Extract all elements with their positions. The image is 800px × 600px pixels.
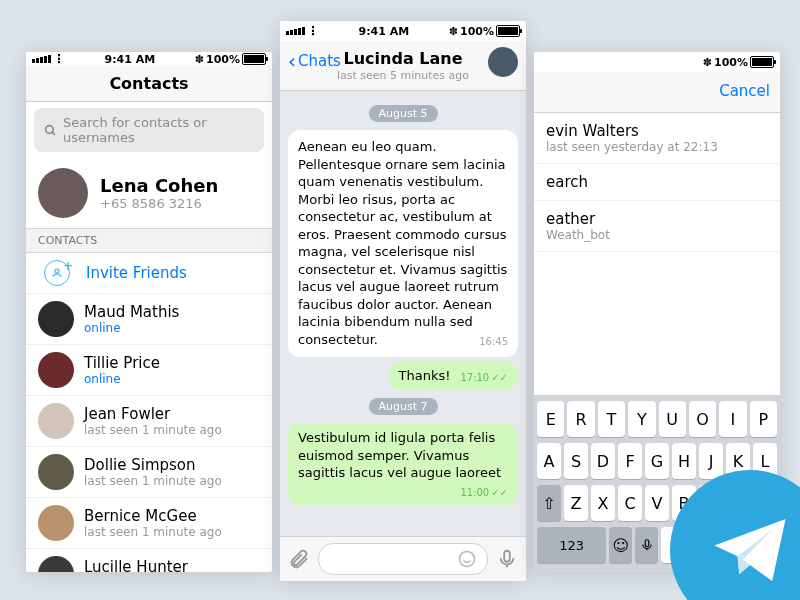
avatar bbox=[38, 301, 74, 337]
mic-key[interactable] bbox=[635, 527, 658, 563]
key[interactable]: U bbox=[659, 401, 686, 437]
key[interactable]: V bbox=[645, 485, 669, 521]
contacts-screen: ⋮ 9:41 AM ✽100% Contacts Search for cont… bbox=[26, 52, 272, 572]
avatar bbox=[38, 556, 74, 572]
timestamp: 16:45 bbox=[479, 335, 508, 349]
date-separator: August 7 bbox=[369, 398, 438, 415]
key[interactable]: Y bbox=[628, 401, 655, 437]
chat-body: August 5 Aenean eu leo quam. Pellentesqu… bbox=[280, 91, 526, 536]
svg-rect-7 bbox=[645, 540, 649, 547]
mic-icon[interactable] bbox=[496, 548, 518, 570]
read-check-icon: ✓✓ bbox=[491, 372, 508, 383]
date-separator: August 5 bbox=[369, 105, 438, 122]
key[interactable]: H bbox=[672, 443, 696, 479]
back-button[interactable]: ‹Chats bbox=[288, 49, 341, 73]
profile-name: Lena Cohen bbox=[100, 175, 218, 196]
avatar[interactable] bbox=[488, 47, 518, 77]
chevron-left-icon: ‹ bbox=[288, 49, 296, 73]
outgoing-message[interactable]: Vestibulum id ligula porta felis euismod… bbox=[288, 423, 518, 505]
avatar bbox=[38, 454, 74, 490]
key[interactable]: F bbox=[618, 443, 642, 479]
key[interactable]: I bbox=[719, 401, 746, 437]
sticker-icon[interactable] bbox=[457, 549, 477, 569]
contact-row[interactable]: Maud Mathisonline bbox=[26, 294, 272, 345]
key[interactable]: A bbox=[537, 443, 561, 479]
search-result-row[interactable]: evin Walterslast seen yesterday at 22:13 bbox=[534, 113, 780, 164]
numbers-key[interactable]: 123 bbox=[537, 527, 606, 563]
status-bar: ✽100% bbox=[534, 52, 780, 72]
status-bar: ⋮ 9:41 AM ✽100% bbox=[26, 52, 272, 66]
message-input-bar bbox=[280, 536, 526, 581]
message-input[interactable] bbox=[318, 543, 488, 575]
key[interactable]: X bbox=[591, 485, 615, 521]
avatar bbox=[38, 352, 74, 388]
svg-point-2 bbox=[55, 269, 59, 273]
key[interactable]: G bbox=[645, 443, 669, 479]
key[interactable]: E bbox=[537, 401, 564, 437]
search-result-row[interactable]: earch bbox=[534, 164, 780, 201]
outgoing-message[interactable]: Thanks!17:10✓✓ bbox=[389, 361, 519, 391]
nav-header: Cancel bbox=[534, 72, 780, 113]
key[interactable]: P bbox=[750, 401, 777, 437]
battery: 100% bbox=[206, 53, 240, 66]
contact-row[interactable]: Tillie Priceonline bbox=[26, 345, 272, 396]
chat-screen: ⋮ 9:41 AM ✽100% ‹Chats Lucinda Lane last… bbox=[280, 21, 526, 581]
contact-row[interactable]: Lucille Hunterlast seen 1 minute ago bbox=[26, 549, 272, 572]
nav-header: ‹Chats Lucinda Lane last seen 5 minutes … bbox=[280, 41, 526, 91]
svg-point-0 bbox=[46, 125, 54, 133]
contact-row[interactable]: Bernice McGeelast seen 1 minute ago bbox=[26, 498, 272, 549]
status-bar: ⋮ 9:41 AM ✽100% bbox=[280, 21, 526, 41]
search-result-row[interactable]: eatherWeath_bot bbox=[534, 201, 780, 252]
nav-header: Contacts bbox=[26, 66, 272, 102]
avatar bbox=[38, 505, 74, 541]
profile-row[interactable]: Lena Cohen +65 8586 3216 bbox=[26, 158, 272, 228]
avatar bbox=[38, 168, 88, 218]
cancel-button[interactable]: Cancel bbox=[719, 82, 770, 100]
key-row: ERTYUOIP bbox=[537, 401, 777, 437]
emoji-key[interactable]: ☺ bbox=[609, 527, 632, 563]
key[interactable]: T bbox=[598, 401, 625, 437]
section-header: CONTACTS bbox=[26, 228, 272, 253]
contact-row[interactable]: Jean Fowlerlast seen 1 minute ago bbox=[26, 396, 272, 447]
attach-icon[interactable] bbox=[288, 548, 310, 570]
incoming-message[interactable]: Aenean eu leo quam. Pellentesque ornare … bbox=[288, 130, 518, 357]
key[interactable]: C bbox=[618, 485, 642, 521]
page-title: Contacts bbox=[36, 74, 262, 93]
key[interactable]: R bbox=[567, 401, 594, 437]
key[interactable]: D bbox=[591, 443, 615, 479]
search-icon bbox=[44, 124, 57, 137]
svg-point-5 bbox=[460, 552, 475, 567]
key[interactable]: J bbox=[699, 443, 723, 479]
key[interactable]: Z bbox=[564, 485, 588, 521]
time: 9:41 AM bbox=[105, 53, 156, 66]
contact-row[interactable]: Dollie Simpsonlast seen 1 minute ago bbox=[26, 447, 272, 498]
svg-line-1 bbox=[52, 132, 55, 135]
avatar bbox=[38, 403, 74, 439]
search-input[interactable]: Search for contacts or usernames bbox=[34, 108, 264, 152]
search-placeholder: Search for contacts or usernames bbox=[63, 115, 254, 145]
shift-key[interactable]: ⇧ bbox=[537, 485, 561, 521]
profile-phone: +65 8586 3216 bbox=[100, 196, 218, 211]
key[interactable]: S bbox=[564, 443, 588, 479]
invite-icon bbox=[44, 260, 70, 286]
read-check-icon: ✓✓ bbox=[491, 487, 508, 498]
key[interactable]: O bbox=[689, 401, 716, 437]
invite-friends[interactable]: Invite Friends bbox=[26, 253, 272, 294]
svg-rect-6 bbox=[504, 551, 510, 562]
time: 9:41 AM bbox=[359, 25, 410, 38]
